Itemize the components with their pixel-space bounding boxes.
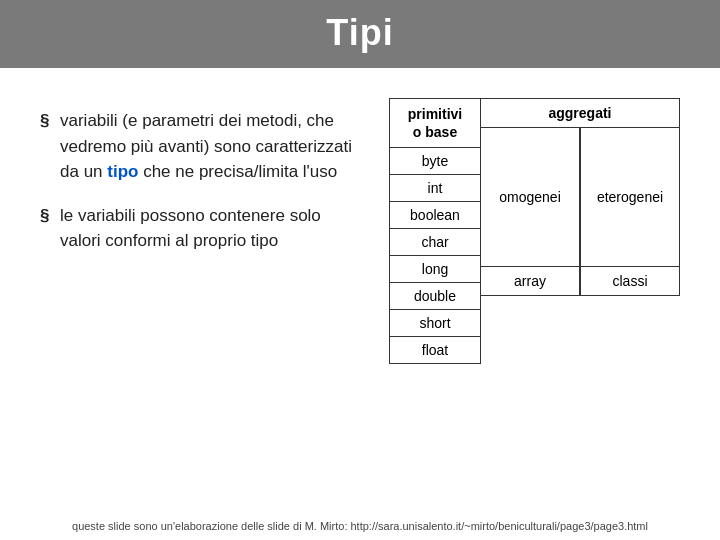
omogenei-cell: omogenei bbox=[480, 127, 580, 267]
bullet-text-2: le variabili possono contenere solo valo… bbox=[60, 206, 321, 251]
cell-long: long bbox=[390, 256, 480, 283]
cell-float: float bbox=[390, 337, 480, 363]
classi-cell: classi bbox=[580, 266, 680, 296]
cell-char: char bbox=[390, 229, 480, 256]
primitivi-header: primitivio base bbox=[390, 99, 480, 148]
cell-boolean: boolean bbox=[390, 202, 480, 229]
aggregati-header: aggregati bbox=[480, 98, 680, 128]
primitivi-column: primitivio base byte int boolean char lo… bbox=[389, 98, 481, 364]
footer-text: queste slide sono un'elaborazione delle … bbox=[72, 520, 648, 532]
bullet-list: variabili (e parametri dei metodi, che v… bbox=[40, 98, 359, 364]
cell-int: int bbox=[390, 175, 480, 202]
page-title: Tipi bbox=[0, 12, 720, 54]
cell-double: double bbox=[390, 283, 480, 310]
aggregati-sub-2: array classi bbox=[480, 266, 680, 296]
bullet-text-1b: che ne precisa/limita l'uso bbox=[138, 162, 337, 181]
footer: queste slide sono un'elaborazione delle … bbox=[0, 520, 720, 532]
cell-short: short bbox=[390, 310, 480, 337]
eterogenei-cell: eterogenei bbox=[580, 127, 680, 267]
cell-byte: byte bbox=[390, 148, 480, 175]
tipo-highlight: tipo bbox=[107, 162, 138, 181]
array-cell: array bbox=[480, 266, 580, 296]
list-item-1: variabili (e parametri dei metodi, che v… bbox=[40, 108, 359, 185]
table-section: primitivio base byte int boolean char lo… bbox=[389, 98, 680, 364]
header: Tipi bbox=[0, 0, 720, 68]
aggregati-sub: omogenei eterogenei bbox=[480, 127, 680, 267]
list-item-2: le variabili possono contenere solo valo… bbox=[40, 203, 359, 254]
aggregati-section: aggregati omogenei eterogenei array clas… bbox=[480, 98, 680, 296]
